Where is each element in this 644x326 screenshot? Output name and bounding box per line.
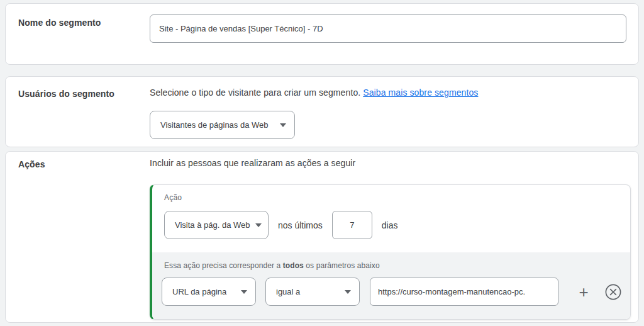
parameter-field-dropdown-value: URL da página: [172, 287, 226, 296]
segment-users-card: Usuários do segmento Selecione o tipo de…: [5, 76, 639, 147]
match-rule-text: Essa ação precisa corresponder a todos o…: [164, 261, 380, 270]
segment-name-card: Nome do segmento: [5, 3, 639, 65]
parameter-value-input[interactable]: [370, 278, 558, 306]
chevron-down-icon: [241, 290, 247, 294]
lookback-days-input[interactable]: [332, 211, 372, 239]
actions-card: Ações Incluir as pessoas que realizaram …: [5, 151, 639, 323]
segment-users-description-text: Selecione o tipo de visitante para criar…: [150, 87, 363, 98]
segment-name-label: Nome do segmento: [18, 18, 101, 28]
chevron-down-icon: [255, 223, 262, 227]
match-rule-suffix: os parâmetros abaixo: [304, 261, 380, 270]
parameter-row: URL da página igual a +: [162, 278, 621, 306]
add-parameter-button[interactable]: +: [575, 283, 592, 301]
parameters-zone: Essa ação precisa corresponder a todos o…: [152, 252, 630, 320]
visitor-type-dropdown-value: Visitantes de páginas da Web: [160, 120, 269, 130]
learn-more-segments-link[interactable]: Saiba mais sobre segmentos: [363, 87, 478, 98]
action-type-dropdown-value: Visita à pág. da Web: [175, 220, 250, 230]
parameter-operator-dropdown-value: igual a: [276, 287, 300, 296]
chevron-down-icon: [280, 123, 286, 127]
action-field-label: Ação: [164, 193, 182, 202]
plus-icon: +: [579, 284, 588, 300]
segment-users-description: Selecione o tipo de visitante para criar…: [150, 87, 478, 98]
chevron-down-icon: [345, 290, 351, 294]
parameter-field-dropdown[interactable]: URL da página: [162, 278, 256, 306]
lookback-suffix-text: dias: [382, 220, 398, 230]
segment-name-input[interactable]: [150, 14, 626, 43]
visitor-type-dropdown[interactable]: Visitantes de páginas da Web: [150, 111, 295, 139]
lookback-prefix-text: nos últimos: [278, 220, 323, 230]
action-row: Visita à pág. da Web nos últimos dias: [164, 211, 398, 239]
action-type-dropdown[interactable]: Visita à pág. da Web: [164, 211, 269, 239]
actions-label: Ações: [18, 159, 45, 169]
parameter-operator-dropdown[interactable]: igual a: [265, 278, 360, 306]
match-rule-bold-word: todos: [283, 261, 304, 270]
match-rule-prefix: Essa ação precisa corresponder a: [164, 261, 283, 270]
circle-x-icon: [605, 284, 621, 300]
remove-action-button[interactable]: [605, 284, 621, 300]
action-rule-card: Ação Visita à pág. da Web nos últimos di…: [150, 184, 631, 320]
actions-description: Incluir as pessoas que realizaram as açõ…: [150, 158, 355, 168]
segment-users-label: Usuários do segmento: [18, 89, 114, 99]
